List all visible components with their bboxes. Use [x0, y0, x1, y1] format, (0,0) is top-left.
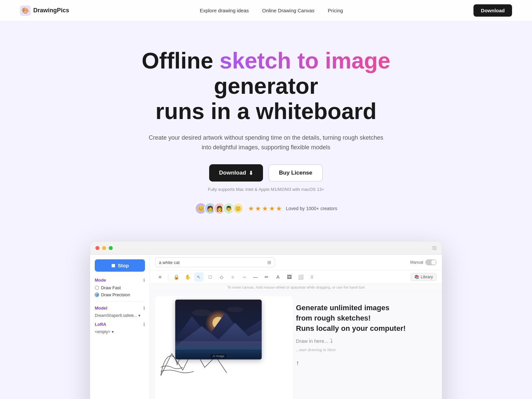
avatar: 🙂	[232, 202, 244, 214]
mode-label: Mode	[95, 278, 106, 283]
star: ★	[262, 204, 268, 212]
left-canvas-area: AI Image	[155, 296, 293, 399]
hero-title: Offline sketch to image generatorruns in…	[116, 48, 416, 124]
stop-button[interactable]: ⏹ Stop	[95, 259, 145, 272]
library-icon: 📚	[414, 275, 419, 279]
gen-line3: Runs locally on your computer!	[296, 324, 406, 332]
canvas-content: AI Image Generate unlimited images from …	[150, 291, 442, 399]
ai-image-label: AI Image	[210, 354, 226, 358]
mode-section: Mode ℹ	[95, 278, 145, 283]
lora-info-icon[interactable]: ℹ	[143, 322, 145, 327]
library-label: Library	[421, 275, 433, 279]
model-select[interactable]: DreamShaper8.safete... ▾	[95, 313, 145, 318]
handwriting-area: Generate unlimited images from rough ske…	[293, 296, 437, 399]
star: ★	[269, 204, 275, 212]
hero-title-gradient: sketch to image	[219, 48, 390, 73]
diamond-tool-button[interactable]: ◇	[217, 272, 226, 282]
toggle-switch[interactable]	[425, 259, 437, 265]
maximize-button[interactable]	[109, 246, 113, 250]
mode-info-icon[interactable]: ℹ	[143, 278, 145, 283]
draw-precision-radio[interactable]	[95, 293, 99, 297]
lora-section: LoRA ℹ	[95, 322, 145, 327]
canvas-topbar: a white cat ⊞ Manual	[150, 255, 442, 270]
sidebar-toggle-icon[interactable]: ⊟	[432, 245, 437, 251]
model-dropdown-icon: ▾	[138, 313, 140, 318]
gen-line2: from rough sketches!	[296, 314, 371, 322]
app-window: ⊟ ⏹ Stop Mode ℹ Draw Fast	[90, 241, 442, 399]
nav-pricing[interactable]: Pricing	[328, 8, 343, 13]
navbar: 🎨 DrawingPics Explore drawing ideas Onli…	[0, 0, 532, 21]
app-screenshot: ⊟ ⏹ Stop Mode ℹ Draw Fast	[83, 241, 449, 399]
pointer-tool-button[interactable]: ↖	[194, 272, 203, 282]
svg-rect-11	[175, 341, 262, 349]
hero-title-part1: Offline	[142, 48, 219, 73]
avatar-group: 😊 🧑 👩 👨 🙂	[195, 202, 244, 214]
rect-tool-button[interactable]: □	[205, 272, 215, 282]
drawing-hint: ...start drawing in Here	[296, 347, 433, 352]
model-info-icon[interactable]: ℹ	[143, 306, 145, 311]
download-label: Download	[219, 170, 246, 176]
filter-icon[interactable]: ⊞	[267, 260, 271, 265]
loved-label: Loved by 1000+ creators	[286, 206, 337, 211]
draw-fast-option[interactable]: Draw Fast	[95, 285, 145, 290]
draw-precision-option[interactable]: Draw Precision	[95, 292, 145, 297]
generate-text: Generate unlimited images from rough ske…	[296, 303, 433, 333]
draw-here-label: Draw in here...	[296, 338, 329, 344]
hero-subtitle: Create your desired artwork without spen…	[146, 133, 386, 152]
model-section: Model ℹ	[95, 306, 145, 311]
app-titlebar: ⊟	[90, 241, 442, 255]
lock-tool-button[interactable]: 🔒	[172, 272, 181, 282]
manual-toggle[interactable]: Manual	[410, 259, 437, 265]
download-button[interactable]: Download ⬇	[209, 164, 263, 182]
more-tools-button[interactable]: ⁝⁝	[307, 272, 317, 282]
library-button[interactable]: 📚 Library	[411, 273, 437, 281]
draw-fast-radio[interactable]	[95, 286, 99, 290]
social-proof: 😊 🧑 👩 👨 🙂 ★ ★ ★ ★ ★ Loved by 1000+ creat…	[7, 202, 525, 214]
lora-select[interactable]: <empty> ▾	[95, 330, 145, 334]
logo-icon: 🎨	[20, 5, 31, 16]
star: ★	[276, 204, 282, 212]
stop-label: Stop	[118, 263, 129, 268]
minimize-button[interactable]	[102, 246, 106, 250]
image-tool-button[interactable]: 🖼	[285, 272, 294, 282]
hero-title-part2: generatorruns in a whiteboard	[156, 73, 377, 124]
download-icon: ⬇	[249, 170, 253, 176]
nav-explore[interactable]: Explore drawing ideas	[200, 8, 249, 13]
prompt-input-area[interactable]: a white cat ⊞	[155, 257, 275, 267]
buy-license-button[interactable]: Buy License	[268, 164, 323, 182]
hero-section: Offline sketch to image generatorruns in…	[0, 21, 532, 228]
draw-fast-label: Draw Fast	[101, 285, 121, 290]
circle-tool-button[interactable]: ○	[228, 272, 237, 282]
support-text: Fully supports Mac Intel & Apple M1/M2/M…	[7, 187, 525, 192]
arrow-tool-button[interactable]: →	[239, 272, 249, 282]
draw-precision-label: Draw Precision	[101, 292, 130, 297]
lora-dropdown-icon: ▾	[112, 330, 114, 334]
hero-buttons: Download ⬇ Buy License	[7, 164, 525, 182]
lora-value: <empty>	[95, 330, 110, 334]
star: ★	[255, 204, 261, 212]
canvas-hint: To move canvas, hold mouse wheel or spac…	[150, 284, 442, 291]
manual-label: Manual	[410, 260, 423, 265]
logo-text: DrawingPics	[33, 7, 69, 14]
menu-tool-button[interactable]: ≡	[155, 272, 165, 282]
close-button[interactable]	[95, 246, 99, 250]
hand-tool-button[interactable]: ✋	[183, 272, 192, 282]
draw-in-here-text: Draw in here... ⤵	[296, 337, 433, 344]
svg-point-4	[192, 310, 212, 316]
logo[interactable]: 🎨 DrawingPics	[20, 5, 69, 16]
app-sidebar: ⏹ Stop Mode ℹ Draw Fast Draw Precision	[90, 255, 150, 399]
star: ★	[248, 204, 254, 212]
line-tool-button[interactable]: —	[251, 272, 260, 282]
nav-canvas[interactable]: Online Drawing Canvas	[262, 8, 315, 13]
arrow-icon: ⤵	[330, 337, 333, 344]
text-tool-button[interactable]: A	[273, 272, 283, 282]
stop-icon: ⏹	[111, 263, 116, 268]
nav-download-button[interactable]: Download	[473, 4, 512, 17]
model-label: Model	[95, 306, 107, 311]
star-rating: ★ ★ ★ ★ ★	[248, 204, 282, 212]
toolbar-separator	[168, 274, 168, 280]
svg-point-5	[227, 307, 243, 312]
model-value: DreamShaper8.safete...	[95, 313, 137, 318]
eraser-tool-button[interactable]: ⬜	[296, 272, 305, 282]
pen-tool-button[interactable]: ✏	[262, 272, 271, 282]
